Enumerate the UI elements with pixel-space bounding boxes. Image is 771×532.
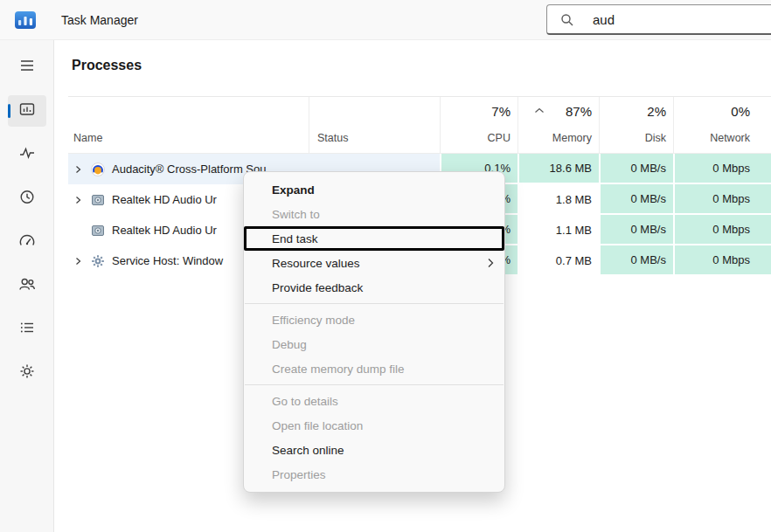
sidebar [0,40,54,532]
sidebar-item-startup-apps[interactable] [8,226,46,258]
menu-item-debug: Debug [244,332,504,356]
sidebar-item-performance[interactable] [8,139,46,170]
cpu-aggregate: 7% [491,104,511,119]
column-header-disk[interactable]: 2% Disk [599,97,673,153]
memory-cell: 1.1 MB [517,215,599,245]
search-input[interactable] [593,5,759,33]
sidebar-item-services[interactable] [8,357,46,389]
expand-chevron-icon[interactable] [73,165,91,174]
task-manager-app-icon [14,9,37,31]
search-box[interactable] [546,4,771,35]
memory-aggregate: 87% [566,104,592,119]
disk-cell: 0 MB/s [599,215,673,245]
expand-chevron-icon[interactable] [73,196,91,204]
service-host-gear-icon [91,254,105,268]
menu-item-create-memory-dump-file: Create memory dump file [244,356,504,381]
menu-item-open-file-location: Open file location [244,413,504,438]
task-manager-window: Task Manager [0,0,771,532]
sidebar-item-details[interactable] [8,314,46,345]
disk-cell: 0 MB/s [599,154,673,184]
network-cell: 0 Mbps [673,215,771,245]
column-header-status[interactable]: Status [309,97,440,153]
hamburger-menu-icon [18,57,36,78]
submenu-chevron-right-icon [487,258,494,268]
page-title: Processes [72,58,142,73]
network-cell: 0 Mbps [673,184,771,215]
column-header-name[interactable]: Name [68,97,309,153]
menu-item-resource-values[interactable]: Resource values [244,251,504,275]
sort-chevron-up-icon [534,101,545,117]
menu-separator [245,384,504,385]
column-header-cpu[interactable]: 7% CPU [440,97,517,153]
menu-item-provide-feedback[interactable]: Provide feedback [244,275,504,300]
performance-icon [18,144,36,165]
sidebar-item-processes[interactable] [8,95,46,127]
process-name: Service Host: Window [112,254,223,267]
sidebar-menu-button[interactable] [8,52,46,83]
menu-item-search-online[interactable]: Search online [244,438,504,462]
details-icon [18,319,36,340]
menu-item-switch-to: Switch to [244,202,504,226]
table-header-row: Name Status 7% CPU 87% Memory 2% Di [68,96,771,154]
sidebar-item-users[interactable] [8,270,46,301]
disk-cell: 0 MB/s [599,184,673,215]
network-aggregate: 0% [731,104,750,119]
title-bar: Task Manager [0,0,771,40]
column-header-memory[interactable]: 87% Memory [517,97,599,153]
menu-separator [245,303,504,304]
process-name: Audacity® Cross-Platform Sou [112,162,266,176]
network-cell: 0 Mbps [673,245,771,276]
expand-chevron-icon[interactable] [73,257,91,266]
realtek-audio-icon [91,224,105,238]
menu-item-expand[interactable]: Expand [244,177,504,202]
menu-item-properties: Properties [244,462,504,487]
network-cell: 0 Mbps [673,154,771,184]
menu-item-go-to-details: Go to details [244,389,504,413]
realtek-audio-icon [91,193,105,207]
users-icon [18,275,36,296]
memory-cell: 0.7 MB [517,245,599,276]
context-menu: Expand Switch to End task Resource value… [243,171,505,493]
sidebar-item-app-history[interactable] [8,183,46,214]
disk-cell: 0 MB/s [599,245,673,276]
memory-cell: 1.8 MB [517,184,599,215]
column-header-network[interactable]: 0% Network [673,97,771,153]
app-history-icon [18,188,36,209]
startup-apps-icon [18,231,36,252]
search-icon [560,13,574,31]
selection-accent-pill [8,104,10,118]
audacity-icon [91,162,105,176]
menu-item-end-task[interactable]: End task [244,226,504,251]
processes-icon [18,100,36,121]
services-icon [18,363,36,383]
process-name: Realtek HD Audio Ur [112,224,217,237]
window-title: Task Manager [61,0,138,40]
menu-item-efficiency-mode: Efficiency mode [244,307,504,332]
memory-cell: 18.6 MB [517,154,599,184]
disk-aggregate: 2% [647,104,666,119]
process-name: Realtek HD Audio Ur [112,193,217,206]
